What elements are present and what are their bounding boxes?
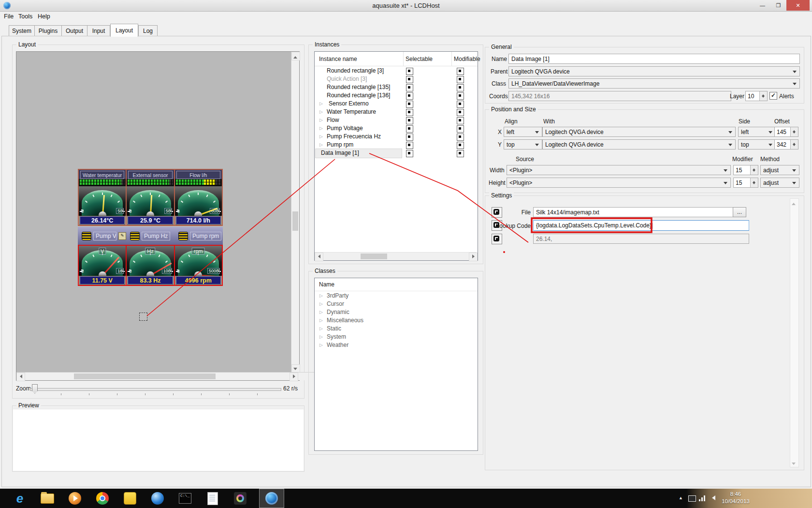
spinner-arrows-icon[interactable] [759, 91, 767, 101]
modifiable-checkbox[interactable] [457, 142, 464, 149]
instances-list[interactable]: Instance name Selectable Modifiable Roun… [314, 51, 478, 261]
instance-row[interactable]: Rounded rectangle [135] [315, 83, 477, 91]
tray-display-icon[interactable] [688, 495, 696, 502]
column-header-name[interactable]: Name [319, 281, 334, 288]
expander-icon[interactable]: ▷ [319, 133, 323, 141]
bind-data-button[interactable] [492, 207, 502, 218]
taskbar-internet-explorer-icon[interactable]: e [9, 489, 31, 508]
scroll-up-icon[interactable] [790, 199, 798, 206]
instance-row[interactable]: ▷Sensor Externo [315, 100, 477, 108]
instance-row[interactable]: Quick Action [3] [315, 75, 477, 83]
layout-canvas[interactable]: Water temperatur 0 50 26.14°C [16, 51, 300, 381]
instance-row[interactable]: ▷Pump rpm [315, 141, 477, 149]
taskbar-lcdhost-icon-active[interactable] [259, 489, 284, 508]
x-side-dropdown[interactable]: left [738, 127, 776, 137]
modifiable-checkbox[interactable] [457, 134, 464, 141]
modifiable-checkbox[interactable] [457, 101, 464, 108]
canvas-hscrollbar[interactable] [16, 372, 336, 380]
column-header-modifiable[interactable]: Modifiable [454, 56, 480, 62]
selectable-checkbox[interactable] [406, 68, 413, 75]
spinner-arrows-icon[interactable] [790, 127, 798, 136]
x-with-dropdown[interactable]: Logitech QVGA device [542, 127, 736, 137]
modifiable-checkbox[interactable] [457, 84, 464, 91]
width-modifier-spinner[interactable]: 15 [733, 165, 758, 175]
modifiable-checkbox[interactable] [457, 76, 464, 83]
column-header-selectable[interactable]: Selectable [406, 56, 433, 62]
hscroll-thumb[interactable] [361, 254, 387, 259]
selectable-checkbox[interactable] [406, 125, 413, 133]
tab-log[interactable]: Log [138, 25, 158, 36]
height-modifier-spinner[interactable]: 15 [733, 178, 758, 188]
browse-button[interactable]: ... [733, 207, 746, 217]
height-source-dropdown[interactable]: <Plugin> [507, 178, 731, 188]
scroll-up-icon[interactable] [291, 52, 300, 60]
expander-icon[interactable]: ▷ [319, 341, 323, 349]
selectable-checkbox[interactable] [406, 92, 413, 100]
tray-speaker-icon[interactable] [710, 495, 715, 500]
instance-row[interactable]: ▷Pump Voltage [315, 124, 477, 133]
alerts-checkbox[interactable]: ✓ [769, 92, 777, 100]
taskbar-media-player-icon[interactable] [64, 489, 86, 508]
class-row[interactable]: ▷Dynamic [315, 308, 477, 316]
close-button[interactable]: ✕ [786, 0, 810, 11]
height-method-dropdown[interactable]: adjust [760, 178, 799, 188]
lcd-widget-cluster[interactable]: Water temperatur 0 50 26.14°C [78, 169, 223, 286]
instance-row[interactable]: ▷Flow [315, 116, 477, 124]
scroll-right-icon[interactable] [469, 253, 478, 261]
expander-icon[interactable]: ▷ [319, 100, 323, 108]
instances-hscrollbar[interactable] [315, 252, 477, 260]
selectable-checkbox[interactable] [406, 142, 413, 149]
width-method-dropdown[interactable]: adjust [760, 165, 799, 175]
modifiable-checkbox[interactable] [457, 109, 464, 116]
class-row[interactable]: ▷Weather [315, 341, 477, 349]
selection-marquee[interactable] [139, 313, 147, 321]
instance-row[interactable]: Rounded rectangle [3] [315, 67, 477, 75]
taskbar-graphics-app-icon[interactable] [229, 489, 251, 508]
tab-output[interactable]: Output [61, 25, 87, 36]
hscroll-thumb[interactable] [74, 374, 216, 379]
modifiable-checkbox[interactable] [457, 68, 464, 75]
expander-icon[interactable]: ▷ [319, 333, 323, 341]
instance-row-selected[interactable]: Data Image [1] [315, 149, 477, 157]
selectable-checkbox[interactable] [406, 109, 413, 116]
tab-system[interactable]: System [9, 25, 35, 36]
class-row[interactable]: ▷System [315, 333, 477, 341]
spinner-arrows-icon[interactable] [750, 165, 758, 175]
y-offset-spinner[interactable]: 342 [774, 139, 798, 149]
taskbar-yellow-app-icon[interactable] [119, 489, 141, 508]
tray-network-icon[interactable] [699, 495, 706, 501]
file-input[interactable]: Silk 14x14/imagemap.txt [533, 207, 735, 217]
taskbar-notepad-icon[interactable] [202, 489, 224, 508]
modifiable-checkbox[interactable] [457, 125, 464, 133]
column-header-instance-name[interactable]: Instance name [319, 56, 357, 62]
expander-icon[interactable]: ▷ [319, 141, 323, 149]
y-with-dropdown[interactable]: Logitech QVGA device [542, 139, 736, 149]
instance-row[interactable]: ▷Pump Frecuencia Hz [315, 133, 477, 141]
scroll-left-icon[interactable] [315, 253, 323, 261]
spinner-arrows-icon[interactable] [750, 178, 758, 187]
tab-layout[interactable]: Layout [110, 24, 138, 37]
selectable-checkbox[interactable] [406, 150, 413, 157]
scroll-right-icon[interactable] [290, 373, 298, 381]
scroll-left-icon[interactable] [16, 373, 25, 381]
expander-icon[interactable]: ▷ [319, 108, 323, 116]
modifiable-checkbox[interactable] [457, 150, 464, 157]
menu-help[interactable]: Help [35, 12, 53, 22]
taskbar-blue-globe-icon[interactable] [146, 489, 169, 508]
class-row[interactable]: ▷Cursor [315, 300, 477, 308]
instance-row[interactable]: ▷Water Temperature [315, 108, 477, 116]
instance-row[interactable]: Rounded rectangle [136] [315, 91, 477, 100]
menu-file[interactable]: File [1, 12, 16, 22]
selectable-checkbox[interactable] [406, 101, 413, 108]
bind-data-button[interactable] [492, 234, 502, 244]
canvas-vscrollbar[interactable] [291, 52, 299, 372]
minimize-button[interactable]: — [754, 0, 770, 11]
tab-plugins[interactable]: Plugins [34, 25, 62, 36]
expander-icon[interactable]: ▷ [319, 116, 323, 124]
taskbar-chrome-icon[interactable] [91, 489, 114, 508]
width-source-dropdown[interactable]: <Plugin> [507, 165, 731, 175]
tray-show-hidden-icon[interactable]: ▲ [679, 495, 683, 500]
x-align-dropdown[interactable]: left [504, 127, 542, 137]
y-align-dropdown[interactable]: top [504, 139, 542, 149]
expander-icon[interactable]: ▷ [319, 308, 323, 316]
